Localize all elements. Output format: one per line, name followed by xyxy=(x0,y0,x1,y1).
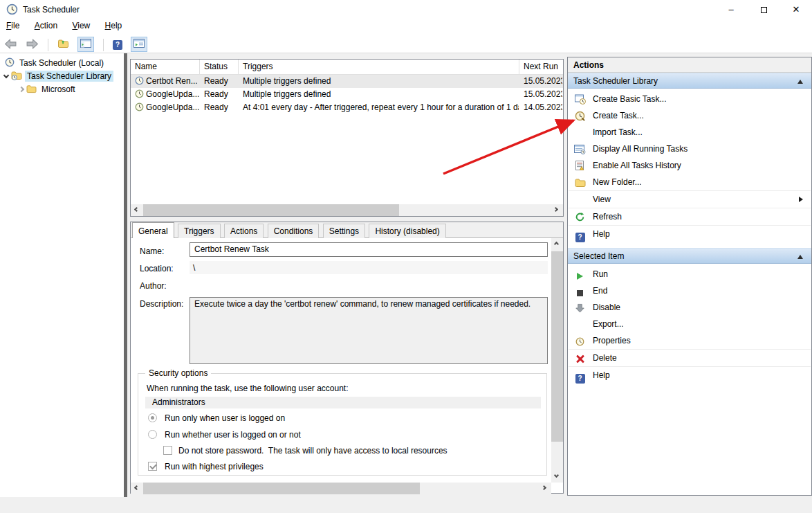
action-properties[interactable]: Properties xyxy=(568,332,811,349)
column-header-next-run[interactable]: Next Run xyxy=(519,60,563,74)
minimize-button[interactable]: – xyxy=(719,0,743,19)
console-tree-toggle-button[interactable] xyxy=(77,37,94,52)
column-header-triggers[interactable]: Triggers xyxy=(239,60,519,74)
window-title: Task Scheduler xyxy=(23,5,80,15)
action-enable-all-tasks-history[interactable]: Enable All Tasks History xyxy=(568,157,811,174)
location-label: Location: xyxy=(140,264,174,273)
selected-item-section-header[interactable]: Selected Item xyxy=(568,248,811,264)
action-label: View xyxy=(593,191,611,208)
task-row[interactable]: GoogleUpda... Ready Multiple triggers de… xyxy=(131,88,563,101)
expander-open-icon[interactable] xyxy=(3,73,9,78)
library-section-header-label: Task Scheduler Library xyxy=(573,76,658,86)
task-triggers: Multiple triggers defined xyxy=(239,88,519,101)
column-header-name[interactable]: Name xyxy=(131,60,200,74)
task-row[interactable]: GoogleUpda... Ready At 4:01 every day - … xyxy=(131,101,563,114)
task-next-run: 14.05.2023 xyxy=(519,101,563,114)
tree-library-label: Task Scheduler Library xyxy=(25,71,113,82)
action-export[interactable]: Export... xyxy=(568,316,811,332)
action-label: Enable All Tasks History xyxy=(593,157,681,174)
scroll-up-icon[interactable] xyxy=(551,238,563,250)
action-display-all-running-tasks[interactable]: Display All Running Tasks xyxy=(568,141,811,157)
column-header-status[interactable]: Status xyxy=(200,60,239,74)
menu-action[interactable]: Action xyxy=(28,19,64,34)
checkbox-run-highest-privileges[interactable] xyxy=(148,462,157,471)
tree-item-root[interactable]: Task Scheduler (Local) xyxy=(0,57,124,70)
tab-settings[interactable]: Settings xyxy=(323,224,365,238)
pane-divider[interactable] xyxy=(124,53,127,497)
scroll-left-icon[interactable] xyxy=(131,204,142,216)
action-create-basic-task[interactable]: Create Basic Task... xyxy=(568,91,811,107)
scroll-right-icon[interactable] xyxy=(539,483,551,494)
toolbar: ? xyxy=(0,34,812,53)
action-new-folder[interactable]: New Folder... xyxy=(568,174,811,190)
menu-help[interactable]: Help xyxy=(99,19,129,34)
disable-icon xyxy=(574,302,586,313)
tree-item-microsoft[interactable]: Microsoft xyxy=(0,83,124,96)
author-label: Author: xyxy=(140,281,167,291)
task-list-header: Name Status Triggers Next Run xyxy=(131,60,563,75)
expander-closed-icon[interactable] xyxy=(19,87,24,92)
task-name: GoogleUpda... xyxy=(146,89,199,99)
checkbox-do-not-store-password-label: Do not store password. The task will onl… xyxy=(178,446,447,456)
export-list-folder-icon[interactable] xyxy=(57,39,69,51)
scroll-right-icon[interactable] xyxy=(551,204,563,216)
no-icon xyxy=(574,127,586,138)
menu-bar: File Action View Help xyxy=(0,19,812,34)
task-list-hscrollbar[interactable] xyxy=(131,204,563,216)
scrollbar-thumb[interactable] xyxy=(551,251,563,442)
security-options-group: Security options When running the task, … xyxy=(138,373,547,476)
account-value: Administrators xyxy=(145,397,541,408)
run-icon xyxy=(574,269,586,280)
action-label: Delete xyxy=(593,350,617,366)
back-button[interactable] xyxy=(4,39,17,51)
tab-general[interactable]: General xyxy=(132,222,174,238)
selected-item-header-label: Selected Item xyxy=(573,251,624,261)
submenu-arrow-icon xyxy=(799,197,803,202)
task-name-field[interactable]: Certbot Renew Task xyxy=(190,242,548,257)
scroll-down-icon[interactable] xyxy=(551,471,563,483)
tab-history[interactable]: History (disabled) xyxy=(369,224,445,238)
action-pane-toggle-button[interactable] xyxy=(131,37,147,52)
task-row[interactable]: Certbot Ren... Ready Multiple triggers d… xyxy=(131,75,563,88)
no-icon xyxy=(574,194,586,205)
help-icon: ? xyxy=(574,370,586,381)
action-create-task[interactable]: Create Task... xyxy=(568,107,811,124)
action-refresh[interactable]: Refresh xyxy=(568,208,811,225)
help-toolbar-button[interactable]: ? xyxy=(113,39,122,50)
details-vscrollbar[interactable] xyxy=(551,238,563,483)
title-bar: Task Scheduler – ✕ xyxy=(0,0,812,19)
maximize-button[interactable] xyxy=(752,0,775,19)
end-icon xyxy=(574,285,586,296)
action-disable[interactable]: Disable xyxy=(568,299,811,316)
menu-file[interactable]: File xyxy=(0,19,26,34)
details-hscrollbar[interactable] xyxy=(131,483,551,494)
tab-triggers[interactable]: Triggers xyxy=(178,224,221,238)
action-delete[interactable]: Delete xyxy=(568,350,811,366)
scrollbar-thumb[interactable] xyxy=(143,204,399,216)
library-folder-clock-icon xyxy=(11,71,22,84)
close-button[interactable]: ✕ xyxy=(784,0,808,19)
action-help-library[interactable]: ? Help xyxy=(568,226,811,242)
radio-run-whether-logged-on[interactable] xyxy=(148,430,157,439)
tab-actions[interactable]: Actions xyxy=(224,224,264,238)
library-section-header[interactable]: Task Scheduler Library xyxy=(568,73,811,89)
scroll-left-icon[interactable] xyxy=(131,483,142,494)
description-field[interactable]: Execute twice a day the 'certbot renew' … xyxy=(190,297,548,364)
action-view[interactable]: View xyxy=(568,191,811,208)
task-name: Certbot Ren... xyxy=(146,76,198,86)
action-end[interactable]: End xyxy=(568,282,811,299)
action-import-task[interactable]: Import Task... xyxy=(568,124,811,141)
action-help-selected[interactable]: ? Help xyxy=(568,367,811,384)
tree-item-library[interactable]: Task Scheduler Library xyxy=(0,70,124,83)
action-run[interactable]: Run xyxy=(568,266,811,282)
tab-conditions[interactable]: Conditions xyxy=(268,224,320,238)
scrollbar-thumb[interactable] xyxy=(143,483,420,494)
forward-button[interactable] xyxy=(26,39,39,51)
tree-microsoft-label: Microsoft xyxy=(39,84,77,95)
console-tree: Task Scheduler (Local) Task Scheduler Li… xyxy=(0,53,124,497)
checkbox-do-not-store-password[interactable] xyxy=(163,446,172,455)
collapse-icon[interactable] xyxy=(797,80,803,84)
collapse-icon[interactable] xyxy=(797,255,803,259)
menu-view[interactable]: View xyxy=(66,19,96,34)
radio-run-only-logged-on[interactable] xyxy=(148,413,157,422)
